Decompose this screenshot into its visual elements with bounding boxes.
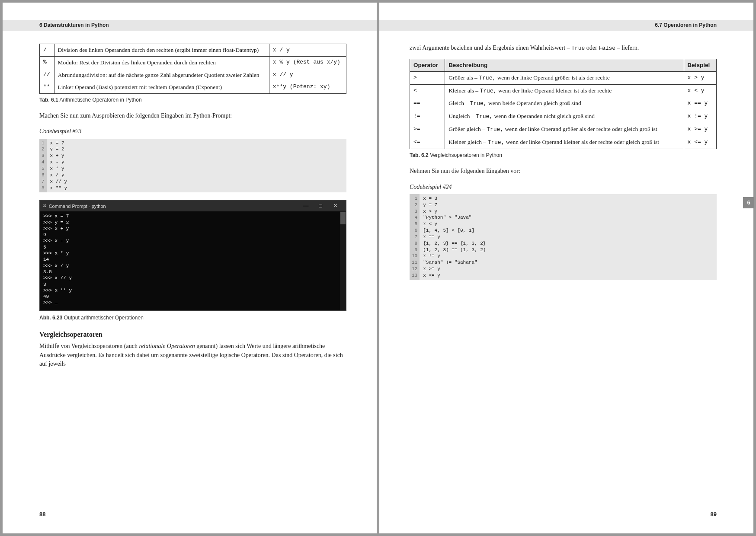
desc-cell: Kleiner gleich – True, wenn der linke Op… [445, 136, 684, 149]
page-left: 6 Datenstrukturen in Python /Division de… [3, 3, 377, 533]
table-caption-2: Tab. 6.2 Vergleichsoperatoren in Python [410, 152, 717, 159]
running-header-left: 6 Datenstrukturen in Python [3, 20, 377, 31]
scroll-thumb[interactable] [340, 212, 346, 224]
page-right: 6.7 Operatoren in Python zwei Argumente … [379, 3, 753, 533]
terminal-output: >>> x = 7 >>> y = 2 >>> x + y 9 >>> x - … [40, 211, 346, 310]
table-row: !=Ungleich – True, wenn die Operanden ni… [410, 110, 717, 123]
scrollbar[interactable] [340, 211, 346, 310]
paragraph: zwei Argumente beziehen und als Ergebnis… [410, 44, 717, 53]
minimize-icon[interactable]: — [298, 202, 313, 210]
example-cell: x == y [684, 97, 716, 110]
desc-cell: Größer gleich – True, wenn der linke Ope… [445, 123, 684, 136]
maximize-icon[interactable]: □ [313, 202, 328, 210]
table-row: >Größer als – True, wenn der linke Opera… [410, 71, 717, 84]
code-example-23-title: Codebeispiel #23 [39, 127, 346, 136]
running-header-right: 6.7 Operatoren in Python [379, 20, 753, 31]
page-spread: 6 Datenstrukturen in Python /Division de… [3, 3, 753, 533]
op-cell: == [410, 97, 445, 110]
line-numbers: 1 2 3 4 5 6 7 8 [39, 139, 47, 193]
desc-cell: Gleich – True, wenn beide Operanden glei… [445, 97, 684, 110]
code-example-24-title: Codebeispiel #24 [410, 183, 717, 191]
page-number-left: 88 [39, 510, 45, 519]
heading-comparison-ops: Vergleichsoperatoren [39, 329, 346, 339]
terminal-titlebar: ⌘ Command Prompt - python — □ ✕ [40, 201, 346, 211]
desc-cell: Kleiner als – True, wenn der linke Opera… [445, 84, 684, 97]
code-example-24: 1 2 3 4 5 6 7 8 9 10 11 12 13 x = 3 y = … [410, 194, 717, 280]
code-body: x = 3 y = 7 x > y "Python" > "Java" x < … [420, 194, 717, 280]
desc-cell: Abrundungsdivision: auf die nächste ganz… [54, 69, 269, 81]
table-header-row: Operator Beschreibung Beispiel [410, 59, 717, 72]
op-cell: / [40, 44, 54, 57]
desc-cell: Linker Operand (Basis) potenziert mit re… [54, 81, 269, 94]
example-cell: x // y [269, 69, 346, 81]
cmd-icon: ⌘ [43, 203, 46, 209]
paragraph: Mithilfe von Vergleichsoperatoren (auch … [39, 342, 346, 368]
example-cell: x % y (Rest aus x/y) [269, 56, 346, 69]
desc-cell: Größer als – True, wenn der linke Operan… [445, 71, 684, 84]
desc-cell: Modulo: Rest der Division des linken Ope… [54, 56, 269, 69]
desc-cell: Ungleich – True, wenn die Operanden nich… [445, 110, 684, 123]
code-example-23: 1 2 3 4 5 6 7 8 x = 7 y = 2 x + y x - y … [39, 139, 346, 193]
line-numbers: 1 2 3 4 5 6 7 8 9 10 11 12 13 [410, 194, 420, 280]
example-cell: x <= y [684, 136, 716, 149]
example-cell: x != y [684, 110, 716, 123]
page-number-right: 89 [711, 510, 717, 519]
close-icon[interactable]: ✕ [328, 202, 343, 210]
table-arithmetic-ops: /Division des linken Operanden durch den… [39, 44, 346, 93]
op-cell: % [40, 56, 54, 69]
table-comparison-ops: Operator Beschreibung Beispiel >Größer a… [410, 59, 717, 149]
example-cell: x < y [684, 84, 716, 97]
op-cell: >= [410, 123, 445, 136]
table-row: <=Kleiner gleich – True, wenn der linke … [410, 136, 717, 149]
table-row: //Abrundungsdivision: auf die nächste ga… [40, 69, 346, 81]
paragraph: Machen Sie nun zum Ausprobieren die folg… [39, 112, 346, 120]
table-row: <Kleiner als – True, wenn der linke Oper… [410, 84, 717, 97]
example-cell: x**y (Potenz: xy) [269, 81, 346, 94]
desc-cell: Division des linken Operanden durch den … [54, 44, 269, 57]
op-cell: // [40, 69, 54, 81]
chapter-thumb-tab: 6 [743, 197, 754, 208]
example-cell: x >= y [684, 123, 716, 136]
op-cell: ** [40, 81, 54, 94]
example-cell: x / y [269, 44, 346, 57]
op-cell: != [410, 110, 445, 123]
op-cell: < [410, 84, 445, 97]
op-cell: <= [410, 136, 445, 149]
terminal-window: ⌘ Command Prompt - python — □ ✕ >>> x = … [39, 200, 346, 310]
op-cell: > [410, 71, 445, 84]
table-row: >=Größer gleich – True, wenn der linke O… [410, 123, 717, 136]
table-row: %Modulo: Rest der Division des linken Op… [40, 56, 346, 69]
figure-caption-23: Abb. 6.23 Output arithmetischer Operatio… [39, 314, 346, 322]
table-row: /Division des linken Operanden durch den… [40, 44, 346, 57]
table-row: **Linker Operand (Basis) potenziert mit … [40, 81, 346, 94]
table-caption-1: Tab. 6.1 Arithmetische Operatoren in Pyt… [39, 96, 346, 104]
table-row: ==Gleich – True, wenn beide Operanden gl… [410, 97, 717, 110]
code-body: x = 7 y = 2 x + y x - y x * y x / y x //… [47, 139, 346, 193]
paragraph: Nehmen Sie nun die folgenden Eingaben vo… [410, 167, 717, 175]
terminal-title: Command Prompt - python [49, 203, 298, 209]
example-cell: x > y [684, 71, 716, 84]
